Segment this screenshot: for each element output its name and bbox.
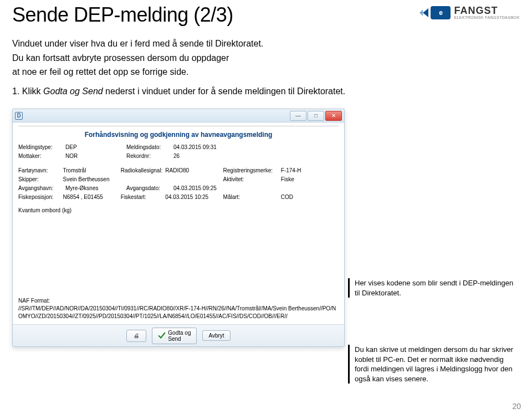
fiskeposisjon-label: Fiskeposisjon: [18, 194, 63, 200]
registreringsmerke-label: Registreringsmerke: [223, 167, 281, 173]
meldingsdato-label: Meldingsdato: [126, 144, 173, 150]
app-icon: D [15, 112, 23, 120]
fartoynavn-label: Fartøynavn: [18, 167, 63, 173]
avbryt-label: Avbryt [208, 333, 224, 339]
intro-text: Vinduet under viser hva du er i ferd med… [12, 38, 520, 80]
malart-label: Målart: [223, 194, 281, 200]
malart-value: COD [281, 194, 339, 200]
meldingstype-value: DEP [65, 144, 126, 150]
page-number: 20 [512, 402, 521, 411]
callout-naf-codes: Her vises kodene som blir sendt i DEP-me… [355, 278, 515, 298]
step-1: 1. Klikk Godta og Send nederst i vinduet… [12, 86, 520, 96]
preview-window: D ― □ ✕ Forhåndsvisning og godkjenning a… [12, 109, 345, 347]
meldingstype-label: Meldingstype: [18, 144, 65, 150]
intro-line-2: Du kan fortsatt avbryte prosessen dersom… [12, 52, 520, 64]
godta-line1: Godta og [168, 330, 191, 336]
mottaker-label: Mottaker: [18, 153, 65, 159]
minimize-button[interactable]: ― [290, 111, 306, 121]
avgangsdato-value: 04.03.2015 09:25 [173, 185, 234, 191]
logo-badge-icon: e [431, 6, 451, 19]
inner-window-title: Forhåndsvisning og godkjenning av havnea… [18, 131, 339, 139]
page-title: Sende DEP-melding (2/3) [12, 3, 233, 27]
radiokallesignal-label: Radiokallesignal: [121, 167, 166, 173]
mottaker-value: NOR [65, 153, 126, 159]
logo-text: FANGST ELEKTRONISK FANGSTDAGBOK [454, 6, 520, 19]
fiskestart-value: 04.03.2015 10:25 [165, 194, 223, 200]
avgangshavn-label: Avgangshavn: [18, 185, 65, 191]
naf-format-label: NAF Format: [18, 298, 339, 304]
aktivitet-value: Fiske [281, 176, 339, 182]
callout-print: Du kan skrive ut meldingen dersom du har… [355, 345, 515, 384]
skipper-label: Skipper: [18, 176, 63, 182]
intro-line-3: at noe er feil og rettet det opp se forr… [12, 66, 520, 78]
skipper-value: Svein Bertheussen [63, 176, 121, 182]
checkmark-icon [158, 332, 166, 340]
fiskestart-label: Fiskestart: [121, 194, 166, 200]
logo-sub: ELEKTRONISK FANGSTDAGBOK [454, 16, 520, 19]
avgangsdato-label: Avgangsdato: [126, 185, 173, 191]
step-number: 1. [12, 86, 19, 96]
fiskeposisjon-value: N6854 , E01455 [63, 194, 121, 200]
window-footer: 🖨 Godta og Send Avbryt [13, 324, 344, 346]
empty-label [121, 176, 166, 182]
meldingsdato-value: 04.03.2015 09:31 [173, 144, 234, 150]
godta-og-send-button[interactable]: Godta og Send [152, 328, 197, 344]
maximize-button[interactable]: □ [308, 111, 324, 121]
naf-format-code: //SR//TM/DEP//AD/NOR//DA/20150304//TI/09… [18, 305, 339, 320]
logo-main: FANGST [454, 6, 520, 16]
empty-value [165, 176, 223, 182]
step-pre: Klikk [22, 86, 43, 96]
printer-icon: 🖨 [132, 332, 140, 340]
intro-line-1: Vinduet under viser hva du er i ferd med… [12, 38, 520, 50]
kvantum-label: Kvantum ombord (kg) [18, 207, 107, 213]
step-post: nederst i vinduet under for å sende meld… [103, 86, 346, 96]
callout-naf-text: Her vises kodene som blir sendt i DEP-me… [355, 279, 513, 297]
godta-line2: Send [168, 336, 191, 342]
rekordnr-label: Rekordnr: [126, 153, 173, 159]
registreringsmerke-value: F-174-H [281, 167, 339, 173]
aktivitet-label: Aktivitet: [223, 176, 281, 182]
step-em: Godta og Send [43, 86, 103, 96]
window-titlebar: D ― □ ✕ [13, 109, 344, 122]
fartoynavn-value: Tromstrål [63, 167, 121, 173]
radiokallesignal-value: RADIO80 [165, 167, 223, 173]
avbryt-button[interactable]: Avbryt [202, 330, 230, 341]
avgangshavn-value: Myre-Øksnes [65, 185, 126, 191]
rekordnr-value: 26 [173, 153, 234, 159]
brand-logo: e FANGST ELEKTRONISK FANGSTDAGBOK [431, 6, 520, 19]
close-button[interactable]: ✕ [325, 111, 342, 121]
print-button[interactable]: 🖨 [126, 330, 146, 342]
callout-print-text: Du kan skrive ut meldingen dersom du har… [355, 345, 513, 383]
